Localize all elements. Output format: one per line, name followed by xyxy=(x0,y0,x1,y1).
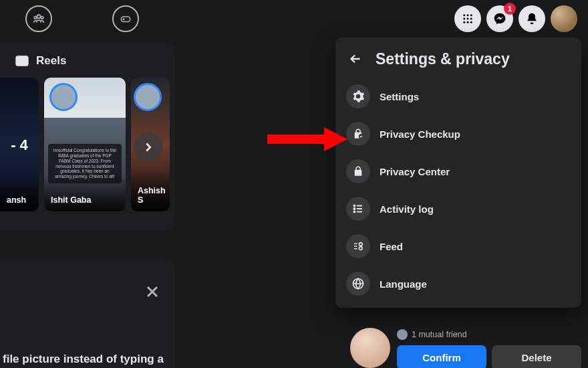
svg-point-15 xyxy=(353,205,355,207)
top-right-nav: 1 xyxy=(454,5,577,32)
reel-caption: Ishit Gaba xyxy=(44,175,126,211)
menu-item-privacy-checkup[interactable]: Privacy Checkup xyxy=(341,115,576,153)
svg-point-11 xyxy=(467,21,469,23)
reels-next-button[interactable] xyxy=(134,132,163,162)
feed-icon xyxy=(346,234,370,258)
svg-point-7 xyxy=(463,18,465,20)
menu-item-label: Activity log xyxy=(380,203,434,215)
svg-point-2 xyxy=(41,17,43,19)
reel-author-avatar xyxy=(49,83,78,111)
list-icon xyxy=(346,197,370,221)
lock-icon xyxy=(346,159,370,183)
reels-title: Reels xyxy=(36,54,66,68)
topbar: 1 xyxy=(0,0,588,37)
settings-privacy-dropdown: Settings & privacy Settings Privacy Chec… xyxy=(335,37,581,308)
main: Reels - 4 ansh imsofficial Congratulatio… xyxy=(0,37,588,368)
menu-item-label: Settings xyxy=(380,91,419,102)
menu-item-privacy-center[interactable]: Privacy Center xyxy=(341,153,576,190)
reel-score: - 4 xyxy=(0,136,39,154)
reel-caption: ansh xyxy=(0,175,39,211)
menu-item-feed[interactable]: Feed xyxy=(341,227,576,265)
mutual-friends-label: 1 mutual friend xyxy=(412,330,467,339)
gaming-icon[interactable] xyxy=(112,5,139,32)
svg-point-4 xyxy=(463,14,465,16)
top-left-nav xyxy=(25,5,139,32)
svg-point-12 xyxy=(470,21,472,23)
cutoff-text: file picture instead of typing a xyxy=(3,353,164,366)
svg-rect-3 xyxy=(121,17,130,22)
svg-point-19 xyxy=(359,247,362,250)
menu-item-settings[interactable]: Settings xyxy=(341,78,576,115)
menu-item-label: Privacy Checkup xyxy=(380,128,460,140)
notification-badge: 1 xyxy=(504,3,516,15)
menu-item-label: Language xyxy=(380,278,427,290)
svg-point-5 xyxy=(467,14,469,16)
menu-item-language[interactable]: Language xyxy=(341,265,576,302)
reel-card[interactable]: - 4 ansh xyxy=(0,78,39,211)
menu-item-label: Feed xyxy=(380,241,403,252)
reels-icon xyxy=(15,54,29,68)
menu-item-label: Privacy Center xyxy=(380,166,450,177)
globe-icon xyxy=(346,272,370,296)
close-button[interactable] xyxy=(143,282,162,301)
svg-point-9 xyxy=(470,18,472,20)
mutual-avatar xyxy=(397,329,408,340)
account-avatar[interactable] xyxy=(551,5,577,32)
svg-point-1 xyxy=(34,17,37,19)
svg-point-10 xyxy=(463,21,465,23)
messenger-button[interactable]: 1 xyxy=(486,5,513,32)
reel-card[interactable]: imsofficial Congratulations to the IMBA … xyxy=(44,78,126,211)
svg-point-8 xyxy=(467,18,469,20)
delete-button[interactable]: Delete xyxy=(492,345,581,368)
secondary-panel xyxy=(0,260,175,368)
svg-point-6 xyxy=(470,14,472,16)
reel-author-avatar xyxy=(134,83,162,111)
friend-request: 1 mutual friend Confirm Delete xyxy=(346,336,581,368)
menu-item-activity-log[interactable]: Activity log xyxy=(341,190,576,227)
friend-avatar[interactable] xyxy=(350,328,390,368)
reels-row: - 4 ansh imsofficial Congratulations to … xyxy=(0,78,175,222)
svg-point-16 xyxy=(353,208,355,209)
confirm-button[interactable]: Confirm xyxy=(397,345,486,368)
dropdown-title: Settings & privacy xyxy=(376,50,510,68)
gear-icon xyxy=(346,84,370,108)
back-button[interactable] xyxy=(345,48,366,70)
groups-icon[interactable] xyxy=(25,5,52,32)
svg-point-18 xyxy=(359,243,362,246)
lock-check-icon xyxy=(346,122,370,146)
dropdown-header: Settings & privacy xyxy=(341,43,576,78)
svg-point-17 xyxy=(353,211,355,213)
reel-caption: Ashish S xyxy=(131,166,170,211)
menu-grid-button[interactable] xyxy=(454,5,481,32)
svg-point-0 xyxy=(37,15,41,18)
notifications-button[interactable] xyxy=(519,5,545,32)
reels-header[interactable]: Reels xyxy=(0,54,175,78)
reels-panel: Reels - 4 ansh imsofficial Congratulatio… xyxy=(0,43,175,230)
mutual-friends: 1 mutual friend xyxy=(397,329,581,340)
